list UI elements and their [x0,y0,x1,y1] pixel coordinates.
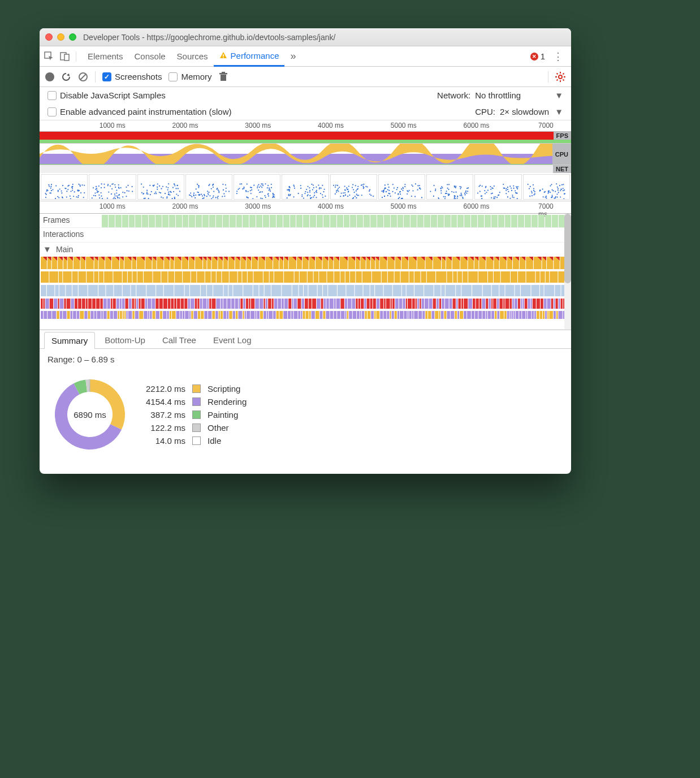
svg-rect-1164 [341,311,345,319]
device-toggle-icon[interactable] [60,51,70,62]
disable-js-checkbox[interactable]: Disable JavaScript Samples [47,90,166,100]
svg-point-125 [132,191,133,192]
reload-button[interactable] [61,72,71,82]
interactions-lane[interactable]: Interactions [40,228,571,243]
screenshot-thumb[interactable] [330,174,377,200]
svg-rect-845 [72,285,78,296]
network-select[interactable]: No throttling ▼ [475,90,563,100]
svg-point-30 [66,196,67,197]
svg-rect-773 [104,271,113,283]
screenshot-thumb[interactable] [137,174,184,200]
timeline-overview[interactable]: 1000 ms2000 ms3000 ms4000 ms5000 ms6000 … [40,120,571,201]
svg-rect-808 [345,271,349,283]
svg-rect-1230 [543,311,545,319]
tab-sources[interactable]: Sources [171,46,214,67]
main-lane[interactable]: ▼ Main [40,243,571,330]
tab-console[interactable]: Console [129,46,171,67]
screenshot-thumb[interactable] [234,174,280,200]
svg-point-65 [52,189,53,190]
screenshot-thumb[interactable] [41,174,88,200]
screenshot-thumb[interactable] [282,174,329,200]
svg-point-309 [250,193,252,194]
svg-point-68 [72,189,73,191]
svg-point-302 [269,189,270,191]
svg-rect-1192 [425,311,427,319]
svg-rect-910 [45,299,49,309]
screenshot-thumb[interactable] [185,174,232,200]
svg-point-559 [454,195,455,196]
screenshot-thumb[interactable] [89,174,136,200]
svg-rect-1020 [412,299,415,309]
record-button[interactable] [45,72,54,81]
error-badge[interactable]: 1 [530,51,545,61]
svg-point-366 [309,190,310,191]
svg-point-457 [412,190,413,191]
svg-point-136 [96,189,97,190]
tab-performance-label: Performance [231,51,279,60]
svg-rect-8 [219,73,227,75]
collapse-icon[interactable]: ▼ [43,244,51,254]
tab-bottom-up[interactable]: Bottom-Up [97,331,153,348]
svg-point-218 [213,191,214,192]
svg-rect-1144 [273,311,275,319]
svg-point-211 [198,192,199,193]
svg-point-608 [487,189,489,191]
cpu-select[interactable]: 2× slowdown ▼ [500,107,563,116]
clear-button[interactable] [78,72,88,82]
tabs-overflow[interactable]: » [284,46,301,67]
svg-rect-1050 [505,299,509,309]
svg-point-357 [300,185,301,186]
svg-point-493 [392,191,393,192]
svg-rect-781 [161,271,167,283]
svg-point-494 [384,184,386,185]
screenshots-checkbox[interactable]: Screenshots [102,72,162,81]
svg-point-31 [80,192,81,193]
frames-lane[interactable]: Frames [40,214,571,228]
inspect-element-icon[interactable] [44,51,54,62]
more-menu-icon[interactable]: ⋮ [550,50,567,63]
svg-rect-824 [457,271,462,283]
svg-point-301 [236,191,237,192]
svg-point-554 [453,198,455,199]
screenshot-thumb[interactable] [523,174,570,200]
svg-rect-928 [111,299,113,309]
settings-gear-icon[interactable] [555,72,565,82]
window-minimize-button[interactable] [57,33,64,41]
svg-rect-1170 [360,311,361,319]
memory-checkbox[interactable]: Memory [168,72,211,81]
svg-rect-1055 [521,299,522,309]
svg-rect-767 [63,271,71,283]
tab-call-tree[interactable]: Call Tree [155,331,204,348]
tab-summary[interactable]: Summary [44,332,95,349]
svg-rect-826 [468,271,478,283]
svg-rect-1223 [522,311,525,319]
window-close-button[interactable] [45,33,53,41]
svg-point-527 [454,197,455,198]
svg-point-188 [144,198,145,199]
svg-rect-893 [446,285,455,296]
svg-rect-1117 [189,311,191,319]
svg-rect-862 [213,285,223,296]
tab-elements[interactable]: Elements [82,46,129,67]
svg-point-90 [114,197,115,198]
svg-point-541 [448,193,449,194]
screenshot-thumb[interactable] [378,174,425,200]
svg-point-508 [453,192,455,193]
svg-rect-4 [223,57,224,58]
advanced-paint-checkbox[interactable]: Enable advanced paint instrumentation (s… [47,107,232,116]
tab-event-log[interactable]: Event Log [206,331,259,348]
svg-point-241 [217,196,218,197]
svg-rect-1142 [267,311,268,319]
scrollbar-thumb[interactable] [564,214,571,283]
tab-performance[interactable]: Performance [214,46,285,67]
svg-point-264 [252,198,253,199]
window-zoom-button[interactable] [69,33,76,41]
delete-button[interactable] [219,72,228,82]
svg-point-594 [517,198,518,199]
svg-point-359 [305,193,306,194]
svg-point-570 [485,187,486,188]
screenshot-thumb[interactable] [426,174,473,200]
vertical-scrollbar[interactable] [564,214,571,330]
screenshot-thumb[interactable] [474,174,521,200]
flamechart-pane[interactable]: 1000 ms2000 ms3000 ms4000 ms5000 ms6000 … [40,201,571,330]
